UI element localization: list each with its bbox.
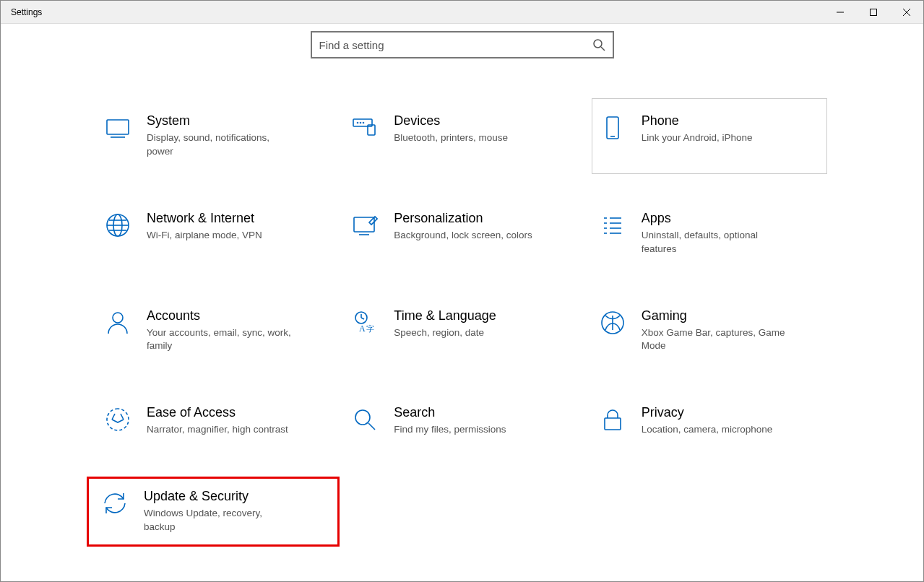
- tile-apps[interactable]: Apps Uninstall, defaults, optional featu…: [597, 207, 822, 261]
- search-tile-icon: [352, 407, 378, 433]
- titlebar: Settings: [1, 1, 923, 24]
- ease-of-access-icon: [105, 407, 131, 433]
- devices-icon: [352, 115, 378, 141]
- tile-update-security[interactable]: Update & Security Windows Update, recove…: [87, 477, 340, 547]
- tile-title: Time & Language: [394, 308, 496, 323]
- svg-point-38: [355, 410, 370, 425]
- svg-point-4: [594, 40, 602, 48]
- tile-title: Ease of Access: [147, 405, 288, 420]
- tile-title: Gaming: [642, 308, 793, 323]
- window-title: Settings: [1, 7, 42, 17]
- time-language-icon: A字: [352, 310, 378, 336]
- tile-devices[interactable]: Devices Bluetooth, printers, mouse: [349, 109, 574, 163]
- search-icon: [592, 38, 605, 51]
- tile-desc: Background, lock screen, colors: [394, 229, 532, 243]
- tile-system[interactable]: System Display, sound, notifications, po…: [102, 109, 327, 163]
- tile-title: Network & Internet: [147, 211, 262, 226]
- tile-desc: Windows Update, recovery, backup: [144, 507, 295, 534]
- tile-desc: Xbox Game Bar, captures, Game Mode: [642, 326, 793, 354]
- tile-desc: Display, sound, notifications, power: [147, 131, 298, 159]
- svg-rect-6: [107, 120, 129, 134]
- tile-accounts[interactable]: Accounts Your accounts, email, sync, wor…: [102, 304, 327, 358]
- tile-desc: Uninstall, defaults, optional features: [642, 229, 793, 256]
- system-icon: [105, 115, 131, 141]
- svg-point-10: [358, 123, 358, 123]
- svg-text:A: A: [359, 323, 366, 334]
- tile-desc: Link your Android, iPhone: [642, 131, 753, 145]
- tile-desc: Bluetooth, printers, mouse: [394, 131, 508, 145]
- tile-time-language[interactable]: A字 Time & Language Speech, region, date: [349, 304, 574, 358]
- tile-ease-of-access[interactable]: Ease of Access Narrator, magnifier, high…: [102, 401, 327, 441]
- tile-network[interactable]: Network & Internet Wi-Fi, airplane mode,…: [102, 207, 327, 261]
- minimize-button[interactable]: [824, 1, 857, 24]
- svg-point-30: [113, 313, 123, 323]
- tile-title: Update & Security: [144, 489, 295, 504]
- settings-grid: System Display, sound, notifications, po…: [102, 109, 822, 539]
- search-input[interactable]: [319, 39, 592, 51]
- network-icon: [105, 212, 131, 238]
- tile-desc: Speech, region, date: [394, 326, 496, 340]
- svg-rect-1: [871, 9, 877, 15]
- svg-line-33: [361, 318, 364, 319]
- tile-title: System: [147, 113, 298, 129]
- tile-gaming[interactable]: Gaming Xbox Game Bar, captures, Game Mod…: [597, 304, 822, 358]
- gaming-icon: [600, 310, 626, 336]
- tile-title: Search: [394, 405, 506, 420]
- tile-phone[interactable]: Phone Link your Android, iPhone: [592, 98, 827, 174]
- tile-desc: Find my files, permissions: [394, 423, 506, 437]
- tile-title: Accounts: [147, 308, 298, 323]
- svg-text:字: 字: [366, 324, 374, 333]
- tile-desc: Narrator, magnifier, high contrast: [147, 423, 288, 437]
- accounts-icon: [105, 310, 131, 336]
- svg-point-11: [360, 123, 361, 123]
- privacy-icon: [600, 407, 626, 433]
- tile-privacy[interactable]: Privacy Location, camera, microphone: [597, 401, 822, 441]
- svg-line-5: [601, 47, 605, 51]
- update-security-icon: [102, 490, 128, 516]
- tile-title: Devices: [394, 113, 508, 129]
- tile-desc: Wi-Fi, airplane mode, VPN: [147, 229, 262, 243]
- tile-title: Phone: [642, 113, 753, 129]
- svg-point-12: [363, 123, 364, 123]
- close-button[interactable]: [890, 1, 923, 24]
- tile-title: Privacy: [642, 405, 773, 420]
- phone-icon: [600, 115, 626, 141]
- svg-line-39: [368, 423, 375, 430]
- tile-desc: Location, camera, microphone: [642, 423, 773, 437]
- personalization-icon: [352, 212, 378, 238]
- tile-personalization[interactable]: Personalization Background, lock screen,…: [349, 207, 574, 261]
- tile-title: Personalization: [394, 211, 532, 226]
- maximize-button[interactable]: [857, 1, 890, 24]
- search-box[interactable]: [311, 31, 614, 58]
- svg-rect-40: [605, 418, 621, 430]
- svg-rect-13: [607, 117, 618, 139]
- tile-desc: Your accounts, email, sync, work, family: [147, 326, 298, 354]
- tile-search[interactable]: Search Find my files, permissions: [349, 401, 574, 441]
- tile-title: Apps: [642, 211, 793, 226]
- apps-icon: [600, 212, 626, 238]
